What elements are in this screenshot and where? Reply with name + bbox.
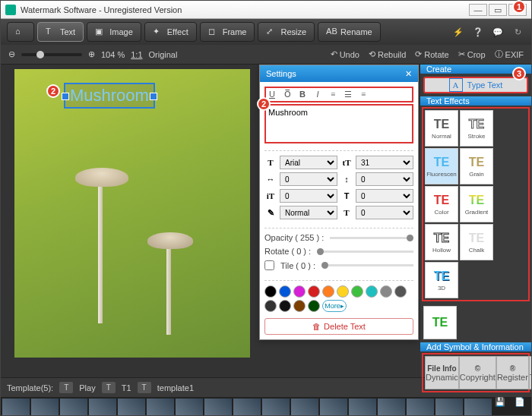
rotate-button[interactable]: ⟳Rotate [415,49,448,60]
zoom-original[interactable]: Original [149,50,178,59]
template-item-2[interactable]: template1 [157,383,194,392]
thumbnail[interactable] [291,399,318,415]
color-swatch[interactable] [366,285,378,298]
symbol-copyright[interactable]: ©Copyright [459,356,496,389]
color-swatch[interactable] [308,300,320,312]
zoom-in-icon[interactable]: ⊕ [88,49,95,59]
symbol-dynamic[interactable]: File InfoDynamic [425,356,459,389]
text-effect-color[interactable]: TEColor [425,186,458,222]
thumbnail[interactable] [60,399,87,415]
thumbnail[interactable] [2,399,30,415]
bolt-icon[interactable]: ⚡ [451,24,466,39]
text-effect-grain[interactable]: TEGrain [460,148,493,184]
color-swatch[interactable] [337,285,349,298]
frame-tool-button[interactable]: ◻Frame [200,22,255,42]
home-button[interactable]: ⌂ [7,22,34,42]
exif-button[interactable]: ⓘEXIF [495,49,524,60]
te-extra-item[interactable]: TE [423,306,457,339]
italic-button[interactable]: I [312,90,324,99]
kern-select[interactable]: 0 [280,172,337,186]
template-chip[interactable]: T [138,382,151,393]
crop-button[interactable]: ✂Crop [458,49,486,60]
style-select[interactable]: Normal [280,206,337,219]
color-swatch[interactable] [279,285,291,298]
thumbnail[interactable] [320,399,347,415]
color-swatch[interactable] [394,285,407,298]
text-effect-hollow[interactable]: TEHollow [425,224,458,260]
type-text-button[interactable]: A Type Text [423,77,528,93]
load-template-icon[interactable]: 📄 [515,397,528,411]
text-effect-fluorescen[interactable]: TEFluorescen [425,148,458,184]
delete-text-button[interactable]: 🗑Delete Text [264,318,413,335]
thumbnail[interactable] [118,399,145,415]
thumbnail[interactable] [204,399,232,415]
tile-slider[interactable] [321,264,413,266]
chat-icon[interactable]: 💬 [490,24,505,39]
symbol-register[interactable]: ®Register [496,356,529,389]
color-swatch[interactable] [293,300,306,312]
help-icon[interactable]: ❔ [470,24,486,39]
baseline-select[interactable]: 0 [280,189,337,203]
align-right-button[interactable]: ≡ [357,90,369,99]
watermark-text-object[interactable]: Mushroom [64,83,155,109]
color-swatch[interactable] [264,300,277,312]
color-swatch[interactable] [264,285,277,298]
color-swatch[interactable] [351,285,363,298]
minimize-button[interactable]: — [469,4,487,16]
rename-tool-button[interactable]: ABRename [318,22,381,42]
zoom-ratio[interactable]: 1:1 [131,50,142,59]
save-template-icon[interactable]: 💾 [495,397,508,411]
align-left-button[interactable]: ≡ [327,90,339,99]
thumbnail[interactable] [407,399,434,415]
size-select[interactable]: 31 [356,156,413,169]
rotate-slider[interactable] [317,251,413,253]
thumbnail[interactable] [176,399,203,415]
thumbnail[interactable] [378,399,405,415]
thumbnail[interactable] [349,399,376,415]
color-swatch[interactable] [293,285,306,298]
text-effect-chalk[interactable]: TEChalk [460,224,493,260]
color-swatch[interactable] [380,285,392,298]
zoom-out-icon[interactable]: ⊖ [8,49,15,59]
bold-button[interactable]: B [296,90,309,99]
opacity-slider[interactable] [330,237,413,239]
thumbnail[interactable] [435,399,463,415]
thumbnail[interactable] [89,399,116,415]
width-select[interactable]: 0 [356,206,413,219]
image-canvas[interactable]: Mushroom 2 [14,69,250,358]
more-colors-button[interactable]: More▸ [322,300,347,312]
rebuild-button[interactable]: ⟲Rebuild [369,49,406,60]
image-tool-button[interactable]: ▣Image [87,22,141,42]
template-chip[interactable]: T [102,382,116,393]
color-swatch[interactable] [279,300,291,312]
thumbnail[interactable] [262,399,290,415]
font-select[interactable]: Arial [280,156,337,169]
align-center-button[interactable]: ☰ [342,90,354,99]
tile-checkbox[interactable] [264,260,274,270]
thumbnail[interactable] [31,399,59,415]
text-effect-normal[interactable]: TENormal [425,110,458,147]
template-item-0[interactable]: Play [79,383,95,392]
resize-tool-button[interactable]: ⤢Resize [258,22,315,42]
zoom-slider[interactable] [21,53,82,56]
text-effect-gradient[interactable]: TEGradient [460,186,493,222]
lead-select[interactable]: 0 [356,172,413,186]
text-effect-3d[interactable]: TE3D [425,262,458,298]
color-swatch[interactable] [308,285,320,298]
overline-button[interactable]: O̅ [281,90,293,99]
thumbnail[interactable] [233,399,261,415]
thumbnail[interactable] [147,399,174,415]
undo-button[interactable]: ↶Undo [331,49,359,60]
color-swatch[interactable] [322,285,334,298]
symbol-trademark[interactable]: TMTrademark [529,356,532,389]
settings-close-icon[interactable]: ✕ [405,69,412,79]
template-item-1[interactable]: T1 [122,383,131,392]
effect-tool-button[interactable]: ✦Effect [144,22,197,42]
maximize-button[interactable]: ▭ [489,4,507,16]
text-tool-button[interactable]: TText [37,22,84,42]
text-effect-stroke[interactable]: TEStroke [460,110,493,147]
tracking-select[interactable]: 0 [356,189,413,203]
cycle-icon[interactable]: ↻ [510,24,525,39]
thumbnail[interactable] [464,399,492,415]
watermark-text-input[interactable]: Mushroom [264,104,413,143]
